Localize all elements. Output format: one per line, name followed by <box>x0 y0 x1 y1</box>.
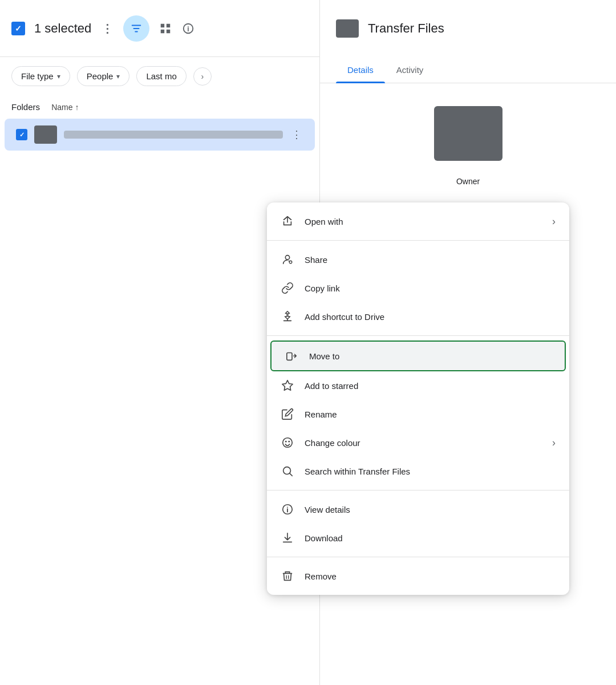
panel-title: Transfer Files <box>368 21 444 36</box>
change-colour-arrow: › <box>552 437 556 449</box>
owner-label: Owner <box>320 172 616 190</box>
svg-point-20 <box>287 506 288 508</box>
folder-preview <box>320 83 616 172</box>
selected-count: 1 selected <box>34 21 91 36</box>
download-icon <box>281 531 294 545</box>
menu-item-copy-link[interactable]: Copy link <box>267 274 569 302</box>
filter-chips: File type ▾ People ▾ Last mo › <box>0 57 319 95</box>
last-modified-chip[interactable]: Last mo <box>136 66 186 86</box>
tab-activity[interactable]: Activity <box>385 57 435 83</box>
rename-icon <box>281 407 294 421</box>
open-with-arrow: › <box>552 216 556 228</box>
tab-details[interactable]: Details <box>336 57 385 83</box>
add-shortcut-icon <box>281 310 294 323</box>
open-with-icon <box>281 214 294 228</box>
menu-item-open-with[interactable]: Open with › <box>267 207 569 236</box>
folder-preview-image <box>434 106 502 161</box>
divider-2 <box>267 335 569 336</box>
file-type-arrow: ▾ <box>57 72 60 80</box>
svg-rect-0 <box>161 23 164 27</box>
right-header: Transfer Files <box>320 0 616 57</box>
folder-name <box>64 131 283 139</box>
view-details-icon <box>281 502 294 516</box>
folders-header: Folders Name ↑ <box>0 95 319 119</box>
menu-item-change-colour[interactable]: Change colour › <box>267 428 569 457</box>
svg-rect-1 <box>167 23 170 27</box>
menu-item-search-within[interactable]: Search within Transfer Files <box>267 457 569 485</box>
svg-text:i: i <box>188 25 189 33</box>
menu-item-add-starred[interactable]: Add to starred <box>267 371 569 400</box>
copy-link-icon <box>281 281 294 295</box>
tabs: Details Activity <box>320 57 616 83</box>
svg-point-15 <box>288 441 290 443</box>
share-icon <box>281 253 294 266</box>
svg-line-17 <box>290 473 292 476</box>
folder-thumbnail <box>34 125 57 144</box>
panel-folder-icon <box>336 19 359 38</box>
top-bar: 1 selected ⋮ i <box>0 0 319 57</box>
svg-point-14 <box>285 441 287 443</box>
folder-checkbox[interactable] <box>16 129 27 140</box>
grid-view-icon[interactable] <box>159 22 172 35</box>
divider-4 <box>267 557 569 557</box>
folder-more-icon[interactable]: ⋮ <box>290 128 303 141</box>
remove-icon <box>281 569 294 583</box>
menu-item-remove[interactable]: Remove <box>267 562 569 590</box>
svg-rect-2 <box>161 29 164 33</box>
name-sort[interactable]: Name ↑ <box>51 103 79 112</box>
menu-item-view-details[interactable]: View details <box>267 495 569 524</box>
folder-row[interactable]: ⋮ <box>5 119 315 151</box>
menu-item-add-shortcut[interactable]: Add shortcut to Drive <box>267 302 569 331</box>
file-type-chip[interactable]: File type ▾ <box>11 66 70 86</box>
more-options-icon[interactable]: ⋮ <box>100 22 114 35</box>
divider-1 <box>267 240 569 241</box>
context-menu: Open with › Share Copy link <box>267 202 569 595</box>
menu-item-move-to[interactable]: Move to <box>270 341 566 371</box>
filter-icon <box>130 22 143 35</box>
menu-item-download[interactable]: Download <box>267 524 569 552</box>
filter-button[interactable] <box>123 15 149 42</box>
menu-item-rename[interactable]: Rename <box>267 400 569 428</box>
info-icon[interactable]: i <box>181 22 195 35</box>
search-icon <box>281 464 294 478</box>
svg-rect-3 <box>167 29 170 33</box>
add-starred-icon <box>281 379 294 392</box>
svg-line-9 <box>289 261 290 262</box>
move-to-icon <box>285 349 299 363</box>
change-colour-icon <box>281 436 294 449</box>
people-chip[interactable]: People ▾ <box>77 66 130 86</box>
chips-next-button[interactable]: › <box>193 67 212 86</box>
divider-3 <box>267 490 569 491</box>
menu-item-share[interactable]: Share <box>267 245 569 274</box>
svg-rect-12 <box>287 353 292 360</box>
select-all-checkbox[interactable] <box>11 22 25 35</box>
svg-point-7 <box>285 256 289 260</box>
people-arrow: ▾ <box>116 72 120 80</box>
